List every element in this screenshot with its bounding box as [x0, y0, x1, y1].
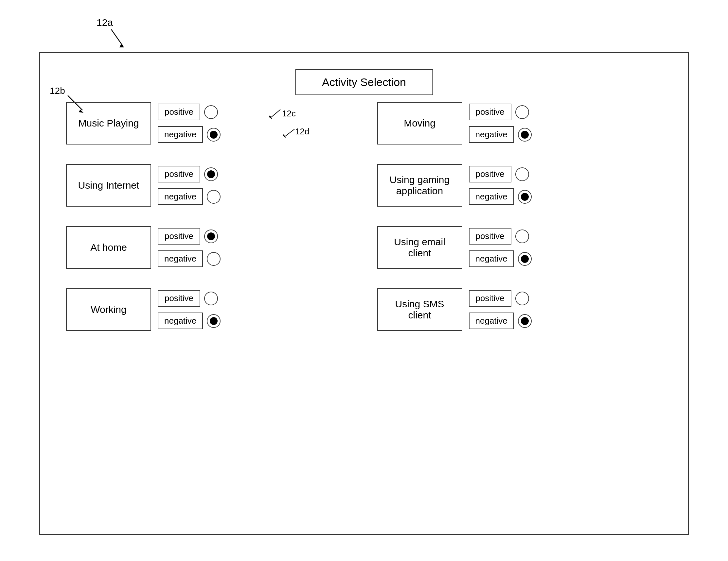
title-box: Activity Selection	[295, 69, 433, 95]
radio-negative-sms[interactable]	[518, 314, 532, 328]
main-panel: 12b Activity Selection 12c 12d Music Pla…	[39, 52, 689, 535]
activity-label-sms: Using SMS client	[377, 288, 462, 331]
activity-label-at-home: At home	[66, 226, 151, 269]
radio-row-negative-gaming: negative	[469, 188, 532, 205]
activity-label-gaming: Using gaming application	[377, 164, 462, 207]
activity-grid: Music Playing positive negative	[66, 102, 662, 331]
positive-label-working: positive	[158, 290, 200, 307]
activity-group-moving: Moving positive negative	[377, 102, 662, 145]
radio-row-positive-music: positive	[158, 104, 221, 120]
radio-row-positive-email: positive	[469, 228, 532, 245]
radio-group-using-internet: positive negative	[158, 166, 221, 205]
radio-row-negative-moving: negative	[469, 126, 532, 143]
radio-positive-internet[interactable]	[204, 167, 218, 181]
negative-label-gaming: negative	[469, 188, 514, 205]
positive-label-moving: positive	[469, 104, 511, 120]
radio-positive-moving[interactable]	[515, 105, 529, 119]
radio-group-working: positive negative	[158, 290, 221, 329]
radio-row-negative-email: negative	[469, 251, 532, 267]
radio-row-negative-sms: negative	[469, 312, 532, 329]
activity-group-email: Using email client positive negative	[377, 226, 662, 269]
radio-negative-moving[interactable]	[518, 128, 532, 142]
positive-label-home: positive	[158, 228, 200, 245]
radio-negative-email[interactable]	[518, 252, 532, 266]
activity-group-music-playing: Music Playing positive negative	[66, 102, 351, 145]
radio-positive-home[interactable]	[204, 230, 218, 243]
radio-group-gaming: positive negative	[469, 166, 532, 205]
radio-negative-gaming[interactable]	[518, 190, 532, 204]
activity-group-sms: Using SMS client positive negative	[377, 288, 662, 331]
activity-label-moving: Moving	[377, 102, 462, 145]
radio-negative-internet[interactable]	[207, 190, 221, 204]
radio-negative-home[interactable]	[207, 252, 221, 266]
activity-group-using-internet: Using Internet positive negative	[66, 164, 351, 207]
ref-label-12b: 12b	[50, 86, 65, 96]
radio-group-email: positive negative	[469, 228, 532, 267]
positive-label-sms: positive	[469, 290, 511, 307]
radio-positive-music[interactable]	[204, 105, 218, 119]
svg-line-0	[111, 29, 123, 46]
activity-label-working: Working	[66, 288, 151, 331]
radio-row-positive-gaming: positive	[469, 166, 532, 183]
negative-label-sms: negative	[469, 312, 514, 329]
positive-label-email: positive	[469, 228, 511, 245]
negative-label-moving: negative	[469, 126, 514, 143]
positive-label-gaming: positive	[469, 166, 511, 183]
positive-label-music: positive	[158, 104, 200, 120]
activity-group-working: Working positive negative	[66, 288, 351, 331]
radio-row-positive-internet: positive	[158, 166, 221, 183]
negative-label-music: negative	[158, 126, 203, 143]
radio-row-positive-home: positive	[158, 228, 221, 245]
negative-label-home: negative	[158, 251, 203, 267]
radio-row-positive-working: positive	[158, 290, 221, 307]
positive-label-internet: positive	[158, 166, 200, 183]
activity-group-gaming: Using gaming application positive negati…	[377, 164, 662, 207]
radio-positive-email[interactable]	[515, 230, 529, 243]
radio-row-negative-working: negative	[158, 312, 221, 329]
radio-row-negative-music: negative	[158, 126, 221, 143]
activity-label-using-internet: Using Internet	[66, 164, 151, 207]
negative-label-internet: negative	[158, 188, 203, 205]
negative-label-working: negative	[158, 312, 203, 329]
radio-positive-sms[interactable]	[515, 291, 529, 305]
radio-group-moving: positive negative	[469, 104, 532, 143]
title-text: Activity Selection	[322, 76, 406, 88]
radio-row-positive-sms: positive	[469, 290, 532, 307]
negative-label-email: negative	[469, 251, 514, 267]
activity-label-email: Using email client	[377, 226, 462, 269]
radio-group-at-home: positive negative	[158, 228, 221, 267]
activity-group-at-home: At home positive negative	[66, 226, 351, 269]
radio-negative-working[interactable]	[207, 314, 221, 328]
ref-12a-arrow	[101, 26, 128, 49]
radio-row-negative-internet: negative	[158, 188, 221, 205]
radio-negative-music[interactable]	[207, 128, 221, 142]
radio-group-music-playing: positive negative	[158, 104, 221, 143]
radio-positive-working[interactable]	[204, 291, 218, 305]
radio-row-positive-moving: positive	[469, 104, 532, 120]
radio-positive-gaming[interactable]	[515, 167, 529, 181]
radio-row-negative-home: negative	[158, 251, 221, 267]
radio-group-sms: positive negative	[469, 290, 532, 329]
activity-label-music-playing: Music Playing	[66, 102, 151, 145]
